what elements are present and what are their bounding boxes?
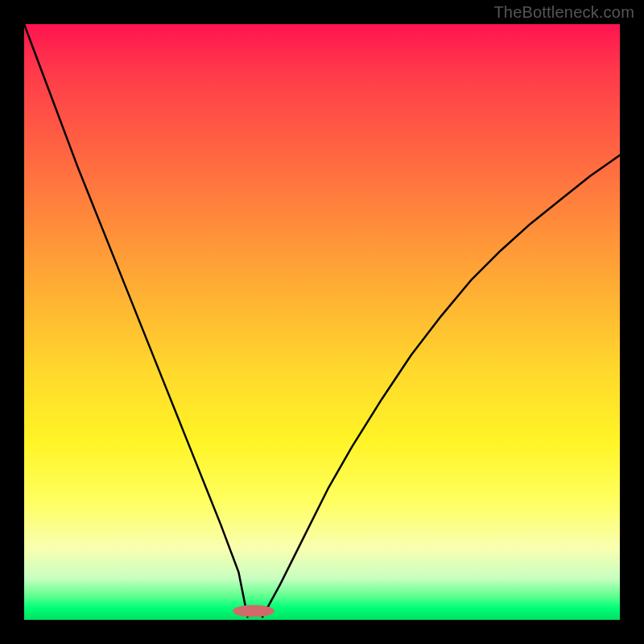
chart-svg [24, 24, 620, 620]
right-curve [262, 155, 620, 617]
watermark-text: TheBottleneck.com [493, 3, 634, 22]
left-curve [24, 24, 248, 617]
chart-frame [24, 24, 620, 620]
bottleneck-marker [233, 605, 275, 617]
